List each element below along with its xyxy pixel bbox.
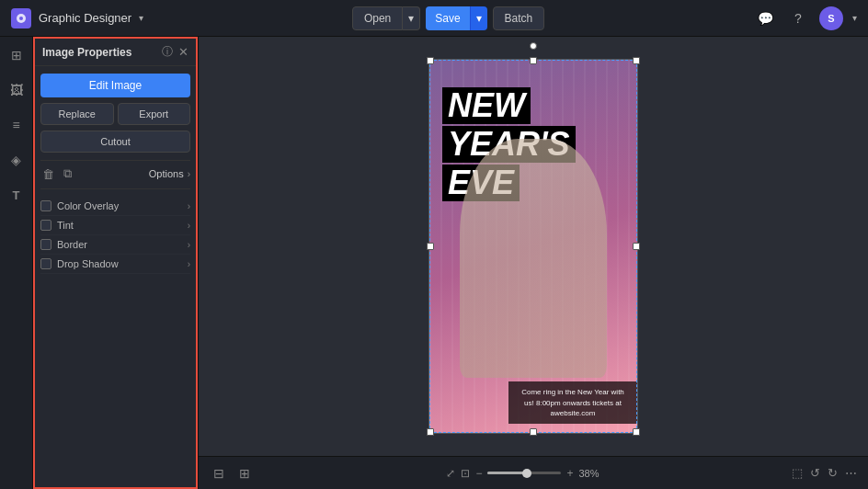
bottom-left: ⊟ ⊞ (210, 464, 254, 483)
border-expand-icon[interactable]: › (188, 240, 190, 250)
color-overlay-expand-icon[interactable]: › (188, 201, 190, 211)
topbar-right: 💬 ? S ▾ (753, 6, 857, 30)
delete-icon[interactable]: 🗑 (40, 165, 56, 183)
panel-body: Edit Image Replace Export Cutout 🗑 ⧉ Opt… (33, 66, 198, 281)
border-left: Border (40, 239, 87, 250)
zoom-out-icon[interactable]: − (475, 467, 482, 480)
open-dropdown-button[interactable]: ▾ (403, 6, 420, 30)
tint-left: Tint (40, 220, 74, 231)
svg-point-1 (19, 17, 23, 20)
redo-icon[interactable]: ↻ (828, 466, 838, 480)
color-overlay-left: Color Overlay (40, 200, 119, 211)
open-button[interactable]: Open (352, 6, 403, 30)
border-checkbox[interactable] (40, 239, 51, 250)
fit-screen-icon[interactable]: ⤢ (446, 467, 455, 480)
image-properties-panel: Image Properties ⓘ ✕ Edit Image Replace … (33, 37, 199, 489)
zoom-slider-thumb[interactable] (522, 469, 531, 478)
save-dropdown-button[interactable]: ▾ (470, 6, 487, 30)
save-btn-group: Save ▾ (426, 6, 486, 30)
drop-shadow-label: Drop Shadow (57, 258, 119, 269)
design-card[interactable]: New Year's Eve Come ring in the New Year… (428, 59, 638, 434)
cutout-button[interactable]: Cutout (40, 131, 190, 153)
app-title: Graphic Designer (39, 11, 131, 25)
undo-icon[interactable]: ↺ (810, 466, 820, 480)
shapes-icon[interactable]: ◈ (6, 149, 28, 171)
app-title-chevron-icon: ▾ (139, 13, 143, 23)
rotate-handle[interactable] (530, 42, 537, 50)
replace-export-row: Replace Export (40, 103, 190, 125)
border-row: Border › (40, 235, 190, 255)
tint-label: Tint (57, 220, 74, 231)
panel-header-actions: ⓘ ✕ (162, 44, 188, 60)
topbar-left: Graphic Designer ▾ (11, 8, 143, 28)
table-view-icon[interactable]: ⊞ (235, 464, 254, 483)
zoom-in-icon[interactable]: + (566, 467, 573, 480)
zoom-slider[interactable] (487, 472, 561, 474)
tint-checkbox[interactable] (40, 220, 51, 231)
tint-expand-icon[interactable]: › (188, 221, 190, 231)
drop-shadow-checkbox[interactable] (40, 258, 51, 269)
person-silhouette (460, 139, 607, 378)
help-icon[interactable]: ? (786, 6, 810, 30)
design-background: New Year's Eve Come ring in the New Year… (429, 60, 637, 433)
zoom-slider-fill (487, 472, 524, 474)
drop-shadow-left: Drop Shadow (40, 258, 119, 269)
image-icon[interactable]: 🖼 (6, 79, 28, 101)
canvas-main[interactable]: New Year's Eve Come ring in the New Year… (199, 37, 868, 456)
options-label: Options (149, 168, 184, 179)
canvas-area: New Year's Eve Come ring in the New Year… (199, 37, 868, 489)
bottom-toolbar: ⊟ ⊞ ⤢ ⊡ − + 38% ⬚ ↺ ↻ ⋯ (199, 456, 868, 489)
layout-icon[interactable]: ⊞ (6, 44, 28, 66)
zoom-controls: ⤢ ⊡ − + 38% (446, 467, 599, 480)
sidebar-icons: ⊞ 🖼 ≡ ◈ T (0, 37, 33, 489)
app-logo (11, 8, 31, 28)
panel-toolbar: 🗑 ⧉ Options › (40, 160, 190, 189)
drop-shadow-expand-icon[interactable]: › (188, 259, 190, 269)
text-icon[interactable]: T (6, 184, 28, 206)
info-icon[interactable]: ⓘ (162, 44, 173, 60)
lines-icon[interactable]: ≡ (6, 114, 28, 136)
color-overlay-checkbox[interactable] (40, 200, 51, 211)
panel-header: Image Properties ⓘ ✕ (33, 37, 198, 66)
color-overlay-label: Color Overlay (57, 200, 119, 211)
actual-size-icon[interactable]: ⊡ (461, 467, 470, 480)
tint-row: Tint › (40, 216, 190, 235)
more-icon[interactable]: ⋯ (845, 466, 857, 480)
drop-shadow-row: Drop Shadow › (40, 255, 190, 274)
edit-image-button[interactable]: Edit Image (40, 74, 190, 97)
bottom-right: ⬚ ↺ ↻ ⋯ (792, 466, 857, 480)
topbar-center: Open ▾ Save ▾ Batch (352, 6, 544, 30)
close-icon[interactable]: ✕ (178, 45, 188, 59)
options-chevron-icon: › (188, 169, 190, 179)
grid-view-icon[interactable]: ⊟ (210, 464, 228, 483)
color-overlay-row: Color Overlay › (40, 197, 190, 216)
main: ⊞ 🖼 ≡ ◈ T Image Properties ⓘ ✕ Edit Imag… (0, 37, 868, 489)
border-label: Border (57, 239, 87, 250)
nye-line1: New (442, 87, 531, 124)
replace-button[interactable]: Replace (40, 103, 114, 125)
chat-icon[interactable]: 💬 (753, 6, 777, 30)
save-button[interactable]: Save (426, 6, 469, 30)
batch-button[interactable]: Batch (493, 6, 545, 30)
open-btn-group: Open ▾ (352, 6, 420, 30)
topbar: Graphic Designer ▾ Open ▾ Save ▾ Batch 💬… (0, 0, 868, 37)
panel-title: Image Properties (42, 46, 131, 59)
thumbnail-icon[interactable]: ⬚ (792, 466, 803, 480)
export-button[interactable]: Export (118, 103, 191, 125)
duplicate-icon[interactable]: ⧉ (62, 165, 74, 183)
avatar[interactable]: S (819, 6, 843, 30)
zoom-value: 38% (579, 468, 600, 479)
options-button[interactable]: Options › (149, 168, 190, 179)
avatar-chevron-icon: ▾ (852, 13, 857, 23)
bottom-textbox: Come ring in the New Year with us! 8:00p… (508, 381, 637, 424)
